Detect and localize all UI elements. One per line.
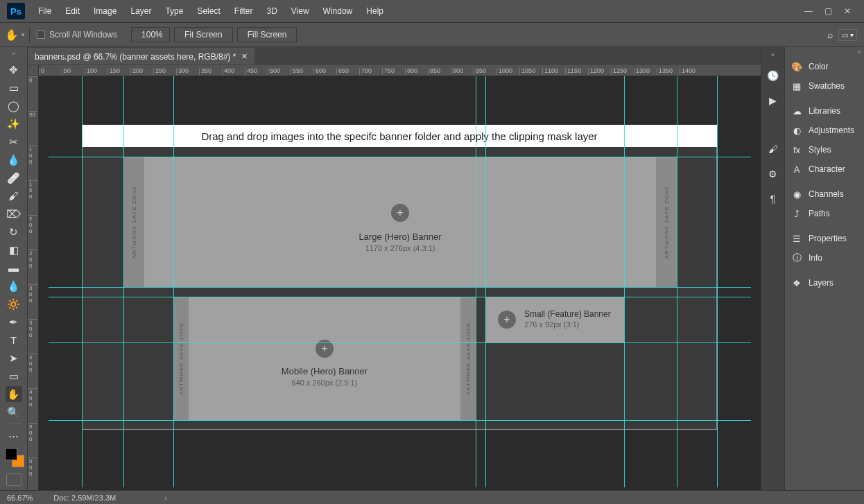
guide-vertical[interactable]	[677, 76, 677, 487]
marquee-tool[interactable]: ▭	[6, 80, 22, 96]
brush-panel-icon[interactable]: 🖌	[766, 141, 781, 157]
vertical-ruler[interactable]: 0501 0 01 5 02 0 02 5 03 0 03 5 04 0 04 …	[28, 76, 39, 490]
settings-panel-icon[interactable]: ⚙	[766, 166, 781, 182]
eyedropper-tool[interactable]: 💧	[6, 152, 22, 168]
instruction-text: Drag and drop images into the specifc ba…	[201, 130, 597, 142]
paths-icon: ⤴	[790, 207, 803, 220]
menu-view[interactable]: View	[285, 3, 316, 19]
menu-window[interactable]: Window	[317, 3, 359, 19]
guide-vertical[interactable]	[485, 76, 486, 487]
canvas-viewport[interactable]: Drag and drop images into the specifc ba…	[49, 76, 751, 487]
small-banner-placeholder[interactable]: + Small (Feature) Banner 276 x 92px (3:1…	[485, 297, 624, 342]
mobile-banner-placeholder[interactable]: ARTWORK SAFE ZONE ARTWORK SAFE ZONE + Mo…	[173, 297, 476, 420]
ruler-origin[interactable]	[28, 65, 39, 76]
workspace-switcher[interactable]: ▭ ▾	[838, 29, 857, 41]
brush-tool[interactable]: 🖌	[6, 188, 22, 204]
canvas-area[interactable]: 0501001502002503003504004505005506006507…	[28, 65, 761, 490]
type-tool[interactable]: T	[6, 332, 22, 348]
minimize-button[interactable]: —	[799, 3, 818, 19]
workspace: banners.psd @ 66.7% (banner assets here,…	[28, 47, 761, 490]
quick-mask-toggle[interactable]	[6, 473, 21, 486]
menu-select[interactable]: Select	[191, 3, 226, 19]
search-icon[interactable]: ⌕	[827, 29, 833, 40]
guide-vertical[interactable]	[173, 76, 174, 487]
clone-stamp-tool[interactable]: ⌦	[6, 206, 22, 222]
guide-vertical[interactable]	[624, 76, 625, 487]
maximize-button[interactable]: ▢	[818, 3, 838, 19]
paths-panel-tab[interactable]: ⤴Paths	[785, 204, 864, 223]
large-banner-placeholder[interactable]: ARTWORK SAFE ZONE ARTWORK SAFE ZONE + La…	[123, 157, 677, 287]
info-icon: ⓘ	[790, 252, 803, 264]
zoom-level[interactable]: 66.67%	[7, 494, 33, 502]
guide-horizontal[interactable]	[49, 420, 751, 421]
document-tab[interactable]: banners.psd @ 66.7% (banner assets here,…	[28, 49, 254, 64]
panels-collapse-icon[interactable]: «	[785, 47, 864, 57]
zoom-level-field[interactable]: 100%	[131, 27, 170, 42]
instruction-bar: Drag and drop images into the specifc ba…	[82, 125, 717, 147]
styles-icon: fx	[790, 144, 803, 156]
add-small-banner-button[interactable]: +	[498, 311, 516, 329]
dock-collapse-icon[interactable]: «	[771, 51, 775, 58]
styles-panel-tab[interactable]: fxStyles	[785, 140, 864, 159]
actions-panel-icon[interactable]: ▶	[766, 93, 781, 108]
swatches-panel-tab[interactable]: ▦Swatches	[785, 76, 864, 96]
history-brush-tool[interactable]: ↻	[6, 224, 22, 240]
guide-horizontal[interactable]	[49, 297, 751, 297]
scroll-all-windows-checkbox[interactable]: Scroll All Windows	[37, 30, 117, 40]
guide-vertical[interactable]	[123, 76, 124, 487]
fill-screen-button[interactable]: Fill Screen	[237, 27, 297, 42]
lasso-tool[interactable]: ◯	[6, 98, 22, 114]
menu-edit[interactable]: Edit	[59, 3, 86, 19]
crop-tool[interactable]: ✂	[6, 134, 22, 150]
toolbar-collapse-icon[interactable]: »	[12, 50, 15, 57]
healing-brush-tool[interactable]: 🩹	[6, 170, 22, 186]
menu-type[interactable]: Type	[159, 3, 189, 19]
close-tab-icon[interactable]: ✕	[241, 52, 248, 61]
info-panel-tab[interactable]: ⓘInfo	[785, 248, 864, 268]
guide-horizontal[interactable]	[49, 157, 751, 157]
guide-horizontal[interactable]	[49, 342, 751, 343]
checkbox-icon	[37, 31, 45, 39]
guide-horizontal[interactable]	[49, 287, 751, 288]
paragraph-panel-icon[interactable]: ¶	[766, 191, 781, 207]
horizontal-ruler[interactable]: 0501001502002503003504004505005506006507…	[39, 65, 761, 76]
panel-dock: « 🕓 ▶ 🖌 ⚙ ¶	[761, 47, 784, 490]
gradient-tool[interactable]: ▬	[6, 260, 22, 276]
libraries-panel-tab[interactable]: ☁Libraries	[785, 101, 864, 121]
layers-panel-tab[interactable]: ❖Layers	[785, 273, 864, 293]
fit-screen-button[interactable]: Fit Screen	[174, 27, 233, 42]
blur-tool[interactable]: 💧	[6, 278, 22, 294]
color-panel-tab[interactable]: 🎨Color	[785, 57, 864, 76]
path-selection-tool[interactable]: ➤	[6, 350, 22, 366]
menu-layer[interactable]: Layer	[124, 3, 157, 19]
channels-panel-tab[interactable]: ◉Channels	[785, 184, 864, 204]
adjustments-panel-tab[interactable]: ◐Adjustments	[785, 121, 864, 140]
menu-image[interactable]: Image	[87, 3, 123, 19]
menu-help[interactable]: Help	[360, 3, 390, 19]
zoom-tool[interactable]: 🔍	[6, 404, 22, 420]
menu-3d[interactable]: 3D	[260, 3, 283, 19]
doc-size[interactable]: Doc: 2.59M/23.3M	[53, 494, 116, 502]
close-button[interactable]: ✕	[838, 3, 857, 19]
rectangle-tool[interactable]: ▭	[6, 368, 22, 384]
history-panel-icon[interactable]: 🕓	[766, 68, 781, 83]
pen-tool[interactable]: ✒	[6, 314, 22, 330]
eraser-tool[interactable]: ◧	[6, 242, 22, 258]
hand-tool[interactable]: ✋	[6, 386, 22, 402]
color-swatches[interactable]	[3, 446, 24, 467]
move-tool[interactable]: ✥	[6, 62, 22, 78]
edit-toolbar-button[interactable]: ⋯	[6, 428, 22, 444]
guide-vertical[interactable]	[82, 76, 83, 487]
menu-filter[interactable]: Filter	[228, 3, 259, 19]
properties-panel-tab[interactable]: ☰Properties	[785, 229, 864, 248]
status-menu-chevron-icon[interactable]: ›	[164, 494, 167, 502]
character-panel-tab[interactable]: ACharacter	[785, 159, 864, 179]
tool-preset-button[interactable]: ✋	[7, 27, 22, 42]
dodge-tool[interactable]: 🔆	[6, 296, 22, 312]
titlebar: Ps File Edit Image Layer Type Select Fil…	[0, 0, 864, 22]
add-large-banner-button[interactable]: +	[391, 204, 409, 222]
magic-wand-tool[interactable]: ✨	[6, 116, 22, 132]
menu-file[interactable]: File	[32, 3, 58, 19]
guide-vertical[interactable]	[476, 76, 476, 487]
guide-vertical[interactable]	[717, 76, 718, 487]
